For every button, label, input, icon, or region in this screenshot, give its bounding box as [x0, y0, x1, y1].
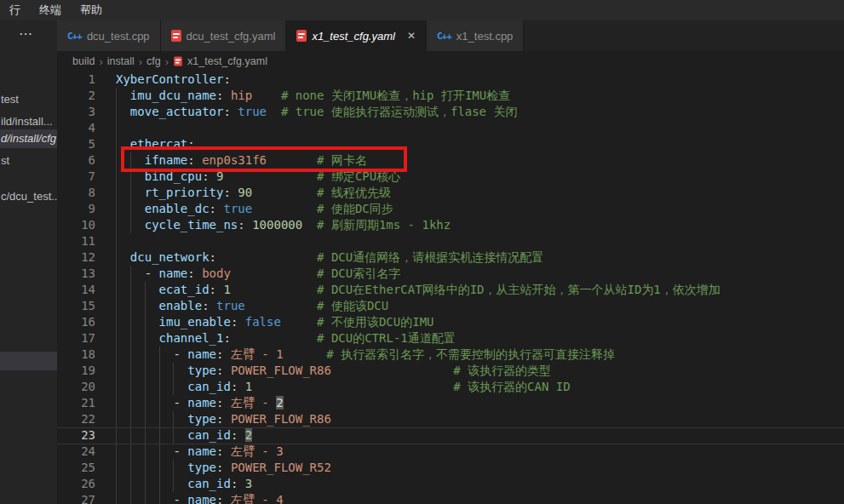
- code-token: name: [187, 347, 216, 361]
- line-number[interactable]: 3: [57, 104, 116, 120]
- line-number[interactable]: 1: [57, 72, 116, 88]
- code-token: type: [187, 461, 216, 474]
- breadcrumb-item-build[interactable]: build: [72, 55, 95, 67]
- code-token: [116, 364, 187, 377]
- code-token: [238, 315, 244, 329]
- sidebar-list-item[interactable]: test: [0, 90, 57, 109]
- code-token: 1: [223, 283, 230, 296]
- line-number[interactable]: 6: [57, 152, 116, 169]
- code-token: true: [238, 105, 267, 118]
- sidebar-list-item[interactable]: st: [0, 152, 57, 170]
- code-line: 21 - name: 左臂 - 2: [57, 395, 844, 411]
- code-line-content: can_id: 1 # 该执行器的CAN ID: [116, 379, 844, 395]
- menu-item-终端[interactable]: 终端: [32, 0, 69, 20]
- code-token: :: [223, 72, 230, 86]
- tab-label: dcu_test.cpp: [87, 30, 150, 43]
- code-line: 10 cycle_time_ns: 1000000 # 刷新周期1ms - 1k…: [57, 217, 844, 233]
- code-line-content: can_id: 3: [116, 476, 844, 492]
- line-number[interactable]: 22: [57, 411, 116, 427]
- line-number[interactable]: 19: [57, 363, 116, 379]
- line-number[interactable]: 17: [57, 330, 116, 346]
- line-number[interactable]: 8: [57, 185, 116, 201]
- sidebar-list-item[interactable]: [0, 352, 57, 370]
- code-line-content: [116, 233, 844, 249]
- line-number[interactable]: 20: [57, 379, 116, 395]
- menu-item-行[interactable]: 行: [2, 0, 28, 20]
- line-number[interactable]: 25: [57, 460, 116, 476]
- line-number[interactable]: 27: [57, 492, 116, 504]
- code-token: :: [210, 283, 216, 296]
- code-token: [223, 444, 230, 458]
- code-line: 25 type: POWER_FLOW_R52: [57, 460, 844, 476]
- code-token: :: [202, 299, 209, 312]
- code-line: 16 imu_enable: false # 不使用该DCU的IMU: [57, 314, 844, 330]
- line-number[interactable]: 21: [57, 395, 116, 411]
- line-number[interactable]: 4: [57, 120, 116, 136]
- tab-x1_test.cpp[interactable]: C++x1_test.cpp: [427, 20, 524, 51]
- code-line-content: ecat_id: 1 # DCU在EtherCAT网络中的ID，从主站开始，第一…: [116, 282, 844, 298]
- sidebar-list-item[interactable]: d/install/cfg: [0, 129, 57, 148]
- code-line: 14 ecat_id: 1 # DCU在EtherCAT网络中的ID，从主站开始…: [57, 282, 844, 298]
- close-icon[interactable]: ✕: [407, 30, 416, 42]
- code-token: # 使能该DCU: [317, 299, 388, 312]
- code-token: [331, 364, 453, 377]
- breadcrumb-item-install[interactable]: install: [107, 55, 135, 67]
- sidebar-list-item[interactable]: ild/install...: [0, 112, 57, 131]
- code-line: 26 can_id: 3: [57, 476, 844, 492]
- code-token: 左臂 -: [231, 396, 276, 410]
- indent-guide: [116, 233, 117, 249]
- breadcrumb-separator-icon: ›: [139, 55, 142, 68]
- line-number[interactable]: 10: [57, 217, 116, 233]
- tab-dcu_test.cpp[interactable]: C++dcu_test.cpp: [57, 20, 161, 51]
- code-line: 7 bind_cpu: 9 # 绑定CPU核心: [57, 169, 844, 185]
- line-number[interactable]: 14: [57, 282, 116, 298]
- code-line-content: ethercat:: [116, 136, 844, 152]
- tab-dcu_test_cfg.yaml[interactable]: dcu_test_cfg.yaml: [161, 20, 287, 51]
- code-token: # true 使能执行器运动测试，flase 关闭: [281, 105, 518, 118]
- code-token: # 该执行器的类型: [453, 364, 551, 377]
- code-line-content: bind_cpu: 9 # 绑定CPU核心: [116, 169, 844, 185]
- code-token: # 绑定CPU核心: [317, 169, 400, 183]
- tab-x1_test_cfg.yaml[interactable]: x1_test_cfg.yaml✕: [286, 20, 427, 51]
- line-number[interactable]: 18: [57, 346, 116, 363]
- code-line-content: - name: body # DCU索引名字: [116, 266, 844, 282]
- line-number[interactable]: 24: [57, 444, 116, 460]
- line-number[interactable]: 9: [57, 201, 116, 217]
- sidebar[interactable]: ⋯ testild/install...d/install/cfgstc/dcu…: [0, 20, 57, 504]
- code-token: [116, 396, 173, 410]
- line-number[interactable]: 11: [57, 233, 116, 249]
- line-number[interactable]: 5: [57, 136, 116, 152]
- yaml-file-icon: [171, 30, 181, 42]
- code-token: [223, 461, 230, 474]
- more-actions-icon[interactable]: ⋯: [19, 26, 33, 42]
- code-token: -: [173, 444, 187, 458]
- line-number[interactable]: 12: [57, 249, 116, 266]
- code-editor[interactable]: 1XyberController:2 imu_dcu_name: hip # n…: [57, 72, 844, 504]
- menu-item-帮助[interactable]: 帮助: [72, 0, 110, 20]
- line-number[interactable]: 2: [57, 88, 116, 104]
- code-token: dcu_network: [130, 250, 210, 264]
- code-token: [216, 250, 317, 264]
- code-token: # DCU在EtherCAT网络中的ID，从主站开始，第一个从站ID为1，依次增…: [317, 283, 721, 296]
- line-number[interactable]: 26: [57, 476, 116, 492]
- sidebar-list-item[interactable]: c/dcu_test...: [0, 187, 57, 206]
- code-token: type: [187, 364, 216, 377]
- line-number[interactable]: 13: [57, 266, 116, 282]
- code-line: 17 channel_1: # DCU的CTRL-1通道配置: [57, 330, 844, 346]
- code-line-content: can_id: 2: [116, 427, 844, 444]
- code-token: name: [159, 266, 188, 280]
- code-token: :: [223, 186, 230, 199]
- code-token: [223, 412, 230, 426]
- code-token: -: [145, 266, 159, 280]
- code-token: :: [223, 331, 230, 345]
- code-token: # 网卡名: [317, 153, 367, 167]
- breadcrumb-item-file[interactable]: x1_test_cfg.yaml: [187, 55, 267, 67]
- line-number[interactable]: 23: [57, 427, 116, 444]
- breadcrumb-item-cfg[interactable]: cfg: [146, 55, 161, 67]
- line-number[interactable]: 16: [57, 314, 116, 330]
- line-number[interactable]: 15: [57, 298, 116, 314]
- code-token: [223, 169, 317, 183]
- code-line: 22 type: POWER_FLOW_R86: [57, 411, 844, 427]
- line-number[interactable]: 7: [57, 169, 116, 185]
- code-token: [210, 169, 216, 183]
